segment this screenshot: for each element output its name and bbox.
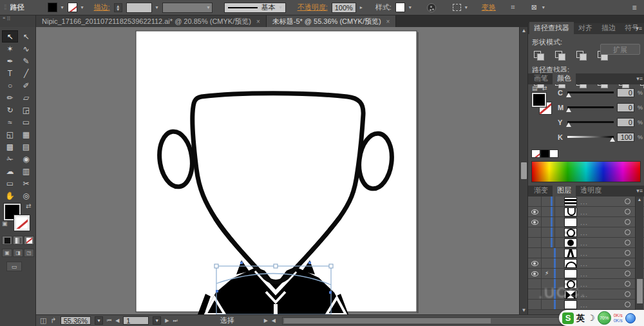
layer-row[interactable]: ...: [528, 207, 644, 217]
anchor-point[interactable]: [308, 262, 311, 264]
isolate-object-icon[interactable]: ⊠: [530, 4, 538, 11]
blend-tool[interactable]: ◉: [18, 153, 34, 165]
target-circle-icon[interactable]: [625, 291, 630, 297]
stroke-link[interactable]: 描边:: [94, 3, 110, 12]
target-circle-icon[interactable]: [625, 240, 630, 245]
swap-fill-stroke-icon[interactable]: ⇄: [26, 202, 31, 209]
moon-icon[interactable]: ☽: [587, 313, 595, 323]
next-artboard-icon[interactable]: ▶: [165, 318, 169, 323]
target-circle-icon[interactable]: [625, 209, 630, 215]
expand-button[interactable]: 扩展: [600, 44, 640, 55]
lock-cell[interactable]: [542, 197, 555, 206]
slice-tool[interactable]: ✂: [18, 177, 34, 189]
fill-dropdown-icon[interactable]: ▾: [61, 5, 64, 10]
lock-cell[interactable]: [542, 300, 555, 309]
control-panel-menu-icon[interactable]: ≡: [629, 3, 640, 13]
document-tab-2[interactable]: 未标题-5* @ 55.36% (CMYK/预览) ×: [267, 15, 397, 27]
lock-cell[interactable]: [542, 289, 555, 299]
layer-name[interactable]: ...: [580, 208, 625, 216]
eye-icon[interactable]: [531, 209, 538, 215]
color-mode-button[interactable]: [2, 236, 12, 245]
line-segment-tool[interactable]: ╱: [18, 67, 34, 79]
visibility-cell[interactable]: [528, 279, 542, 289]
unite-icon[interactable]: [532, 50, 547, 61]
layer-thumbnail[interactable]: [564, 238, 577, 247]
lock-cell[interactable]: [542, 207, 555, 216]
style-dropdown-icon[interactable]: ▾: [409, 5, 412, 10]
layer-thumbnail[interactable]: [564, 290, 577, 299]
visibility-cell[interactable]: [528, 300, 542, 309]
recolor-artwork-icon[interactable]: [427, 3, 436, 12]
layers-scrollbar[interactable]: ▲ ▼: [635, 197, 643, 324]
gradient-tool[interactable]: ▤: [18, 140, 34, 153]
opacity-stepper-icon[interactable]: ▸: [360, 5, 363, 10]
selection-tool[interactable]: ↖: [2, 30, 18, 43]
selection-handle[interactable]: [329, 264, 333, 268]
anchor-point[interactable]: [216, 290, 218, 292]
visibility-cell[interactable]: [528, 217, 542, 227]
horizontal-scroll-thumb[interactable]: [284, 318, 491, 323]
select-similar-icon[interactable]: [453, 4, 461, 11]
none-mode-button[interactable]: [24, 236, 34, 245]
layer-name[interactable]: ...: [580, 229, 625, 236]
layer-row[interactable]: ...: [528, 289, 644, 300]
last-artboard-icon[interactable]: ⏭: [173, 318, 177, 324]
slider-value-field[interactable]: 100: [617, 133, 634, 142]
stroke-weight-dropdown-icon[interactable]: ▾: [156, 5, 158, 10]
direct-selection-tool[interactable]: ↖: [18, 30, 34, 43]
layer-thumbnail[interactable]: [564, 197, 577, 206]
transform-link[interactable]: 变换: [482, 3, 496, 12]
layers-scroll-thumb[interactable]: [637, 279, 643, 303]
perspective-grid-tool[interactable]: ▦: [18, 128, 34, 140]
anchor-point[interactable]: [329, 291, 332, 294]
color-spectrum-bar[interactable]: [531, 161, 641, 182]
visibility-cell[interactable]: [528, 207, 542, 216]
gradient-mode-button[interactable]: [13, 236, 23, 245]
color-menu-icon[interactable]: ▾≡: [636, 75, 643, 82]
layer-thumbnail[interactable]: [564, 280, 577, 289]
hand-tool[interactable]: ✋: [2, 189, 18, 202]
layer-name[interactable]: ...: [580, 291, 625, 298]
stroke-weight-stepper[interactable]: ▲▼: [114, 3, 122, 12]
visibility-cell[interactable]: [528, 197, 542, 206]
hscroll-right-icon[interactable]: ▶: [264, 318, 268, 323]
artboard-dropdown-icon[interactable]: ▼: [153, 316, 161, 325]
slider-handle[interactable]: [566, 122, 571, 127]
ime-language-label[interactable]: 英: [576, 312, 585, 324]
layer-row[interactable]: ...: [528, 248, 644, 258]
fill-color-swatch[interactable]: [48, 3, 57, 12]
draw-inside-button[interactable]: ◳: [24, 249, 34, 257]
pencil-tool[interactable]: ✏: [2, 91, 18, 104]
symbol-sprayer-tool[interactable]: ☁: [2, 165, 18, 177]
lock-cell[interactable]: [542, 279, 555, 289]
slider-track[interactable]: [567, 121, 614, 123]
draw-normal-button[interactable]: ▣: [2, 249, 12, 257]
mesh-tool[interactable]: ▩: [2, 140, 18, 153]
curvature-tool[interactable]: ✎: [18, 55, 34, 67]
minus-front-icon[interactable]: [553, 50, 569, 61]
layer-thumbnail[interactable]: [564, 259, 577, 268]
target-circle-icon[interactable]: [625, 250, 630, 256]
pen-tool[interactable]: ✒: [2, 55, 18, 67]
color-tab[interactable]: 画笔: [529, 72, 553, 84]
selection-handle[interactable]: [274, 264, 278, 268]
stroke-color-swatch[interactable]: [68, 3, 77, 12]
layer-name[interactable]: ...: [580, 260, 625, 267]
layer-thumbnail[interactable]: [564, 207, 577, 216]
visibility-cell[interactable]: [528, 238, 542, 247]
pathfinder-tab[interactable]: 描边: [597, 22, 620, 34]
zoom-dropdown-icon[interactable]: ▼: [95, 316, 103, 325]
target-circle-icon[interactable]: [625, 219, 630, 225]
stroke-dropdown-icon[interactable]: ▾: [81, 5, 84, 10]
layers-tab[interactable]: 透明度: [576, 184, 606, 197]
lock-cell[interactable]: [542, 227, 555, 237]
slider-handle[interactable]: [566, 108, 571, 112]
layers-tab[interactable]: 图层: [553, 184, 576, 197]
slider-track[interactable]: [567, 136, 614, 138]
eye-icon[interactable]: [531, 220, 538, 225]
toolbar-dock-header[interactable]: ❝ ⠿: [0, 15, 36, 27]
annotation-toggle-icon[interactable]: ◫: [40, 316, 46, 325]
none-swatch[interactable]: [531, 149, 540, 158]
layer-row[interactable]: ...: [528, 227, 644, 238]
black-swatch[interactable]: [540, 149, 549, 158]
